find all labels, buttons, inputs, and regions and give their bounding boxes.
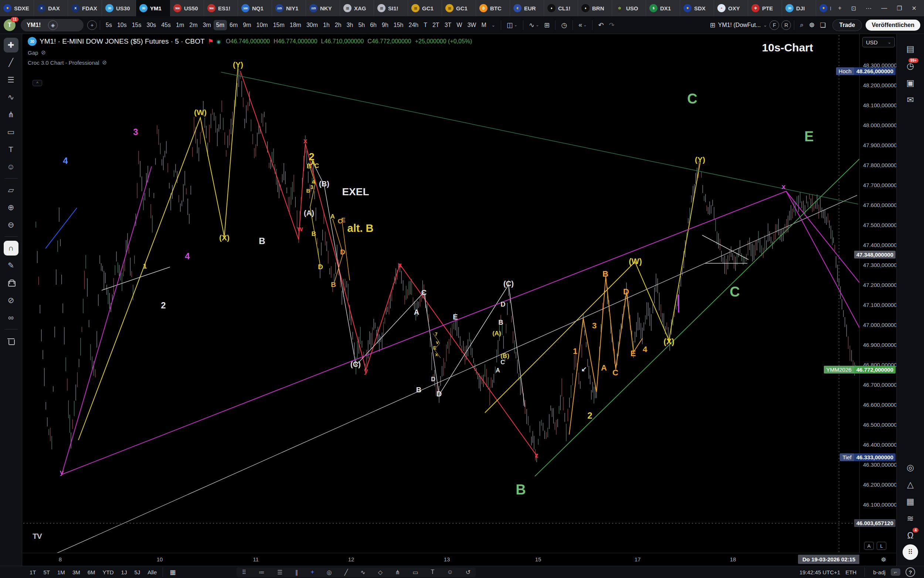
wave-label-v[interactable]: v (436, 340, 439, 345)
symbol-tab-sdx[interactable]: ✶SDX (680, 0, 714, 16)
wave-label-a[interactable]: A (330, 213, 335, 220)
wave-label-b[interactable]: B (602, 270, 608, 278)
symbol-tab-gc1[interactable]: ▤GC1 (408, 0, 442, 16)
adjustment-icon[interactable]: ⌐ (891, 568, 900, 576)
user-avatar[interactable]: T 11 (4, 19, 16, 31)
publish-button[interactable]: Veröffentlichen (866, 19, 920, 31)
symbol-tab-brn[interactable]: ♦BRN (578, 0, 612, 16)
symbol-tab-si1![interactable]: ▤SI1! (374, 0, 408, 16)
symbol-tab-dji[interactable]: 30DJI (782, 0, 816, 16)
range-ytd[interactable]: YTD (100, 568, 117, 576)
crosshair-tool-icon[interactable]: ✚ (4, 38, 18, 52)
layout-chevron-icon[interactable]: ⌄ (761, 21, 770, 29)
wave-label-b[interactable]: (B) (500, 353, 509, 359)
horizontal-line-tool-icon[interactable]: ≔ (259, 569, 265, 576)
hide-all-drawings-tool-icon[interactable]: ⊘ (4, 293, 18, 308)
clock-label[interactable]: 19:42:45 UTC+1 (799, 569, 840, 575)
wave-label-a[interactable]: A (414, 308, 419, 316)
timeframe-15m[interactable]: 15m (270, 20, 287, 30)
zigzag-tool-icon[interactable]: ∿ (360, 569, 365, 576)
wave-label-w[interactable]: w (298, 225, 303, 232)
trend-line-tool-icon[interactable]: ╱ (345, 569, 348, 576)
wave-label-e[interactable]: E (453, 313, 458, 321)
symbol-flag-icon[interactable]: ◈ (48, 20, 58, 30)
fib-retracement-tool-icon[interactable]: ☰ (277, 569, 282, 576)
range-3m[interactable]: 3M (70, 568, 83, 576)
wave-label-4[interactable]: 4 (63, 156, 68, 165)
wave-label-a[interactable]: A (601, 364, 607, 372)
wave-label-e[interactable]: E (341, 217, 345, 223)
timeframe-2h[interactable]: 2h (332, 20, 344, 30)
chart-pane[interactable]: (Y)(W)34(X)B124x2BAC43B(B)EXEL(A)ACEalt.… (23, 34, 859, 553)
timeframe-2m[interactable]: 2m (187, 20, 200, 30)
emoji-tool-icon[interactable]: ☺ (4, 159, 18, 174)
shapes-tool-icon[interactable]: ▭ (4, 125, 18, 140)
wave-label-y[interactable]: y (364, 367, 368, 374)
wave-label-c[interactable]: (C) (503, 280, 514, 287)
symbol-tab-fgb[interactable]: ✶FGB (816, 0, 831, 16)
eye-off-icon[interactable]: ⊘ (102, 59, 107, 66)
indicator-gap-label[interactable]: Gap (28, 50, 38, 56)
rotate-tool-icon[interactable]: ↺ (466, 569, 471, 576)
wave-label-w[interactable]: (W) (194, 108, 207, 116)
wave-label-z[interactable]: z (535, 451, 539, 459)
fundamentals-button[interactable]: F (770, 20, 779, 30)
pitchfork-tool-icon[interactable]: ⋔ (395, 569, 400, 576)
wave-label-4[interactable]: 4 (185, 252, 189, 261)
symbol-tab-xag[interactable]: ▤XAG (340, 0, 374, 16)
session-label[interactable]: ETH (845, 569, 856, 575)
zoom-out-tool-icon[interactable]: ⊖ (4, 218, 18, 232)
symbol-tab-pte[interactable]: ✣PTE (748, 0, 782, 16)
timeframe-10m[interactable]: 10m (254, 20, 270, 30)
wave-label-b[interactable]: B (306, 188, 311, 193)
symbol-tab-oxy[interactable]: ◓OXY (714, 0, 748, 16)
add-tab-button[interactable]: + (838, 5, 841, 11)
timeframe-W[interactable]: W (454, 20, 464, 30)
object-tree-icon[interactable]: ▣ (902, 75, 918, 91)
wave-label-b[interactable]: B (331, 281, 336, 288)
elliott-wave-tool-icon[interactable]: ∿ (4, 90, 18, 105)
goto-date-icon[interactable]: ▦ (170, 568, 176, 576)
time-scale[interactable]: Do 19-03-2026 02:15 810111213151718 (23, 553, 859, 566)
volume-profile-tool-icon[interactable]: ∥ (295, 569, 298, 576)
timeframe-5s[interactable]: 5s (103, 20, 115, 30)
drag-handle-icon[interactable]: ⠿ (242, 569, 246, 576)
wave-label-a[interactable]: (A) (304, 209, 314, 217)
symbol-tab-btc[interactable]: ₿BTC (476, 0, 510, 16)
lock-all-drawings-tool-icon[interactable] (4, 276, 18, 290)
chart-settings-icon[interactable]: ☸ (806, 19, 817, 31)
wave-label-altb[interactable]: alt. B (348, 223, 374, 234)
symbol-tab-es1![interactable]: 500ES1! (204, 0, 238, 16)
currency-selector[interactable]: USD ⌄ (862, 37, 895, 47)
symbol-search-input[interactable]: YM1! ◈ (21, 19, 84, 31)
wave-label-x[interactable]: x (782, 183, 786, 190)
symbol-tab-dx1[interactable]: $DX1 (646, 0, 680, 16)
emoji-tool-icon[interactable]: ☺ (447, 569, 453, 575)
crosshair-select-icon[interactable]: + (311, 569, 314, 575)
adjustment-label[interactable]: b-adj (873, 569, 885, 575)
indicator-croc-label[interactable]: Croc 3.0 Chart - Professional (28, 60, 99, 66)
wave-label-y[interactable]: y (60, 469, 64, 476)
timeframe-30m[interactable]: 30m (304, 20, 320, 30)
wave-label-e[interactable]: E (631, 349, 636, 357)
range-1j[interactable]: 1J (118, 568, 130, 576)
timeframe-24h[interactable]: 24h (406, 20, 421, 30)
wave-label-y[interactable]: (Y) (695, 156, 705, 164)
restore-button[interactable]: ❐ (896, 5, 902, 12)
range-1m[interactable]: 1M (54, 568, 68, 576)
timeframe-5m[interactable]: 5m (214, 20, 227, 30)
close-button[interactable]: ✕ (912, 5, 917, 12)
timeframe-6m[interactable]: 6m (227, 20, 240, 30)
wave-label-4[interactable]: 4 (643, 346, 647, 354)
timeframe-6h[interactable]: 6h (367, 20, 379, 30)
range-5j[interactable]: 5J (131, 568, 143, 576)
timeframe-1m[interactable]: 1m (173, 20, 187, 30)
indicators-icon[interactable]: ∿⌄ (526, 19, 542, 31)
timeframe-3T[interactable]: 3T (442, 20, 454, 30)
legend-symbol-title[interactable]: YM1! · E-MINI DOW JONES ($5) Futures · 5… (40, 37, 205, 45)
wave-label-c[interactable]: C (314, 163, 319, 169)
pin-tool-icon[interactable]: ◎ (327, 569, 332, 576)
wave-label-b[interactable]: (B) (319, 180, 329, 187)
timeframe-1h[interactable]: 1h (320, 20, 332, 30)
drawing-mode-tool-icon[interactable]: ✎ (4, 258, 18, 273)
